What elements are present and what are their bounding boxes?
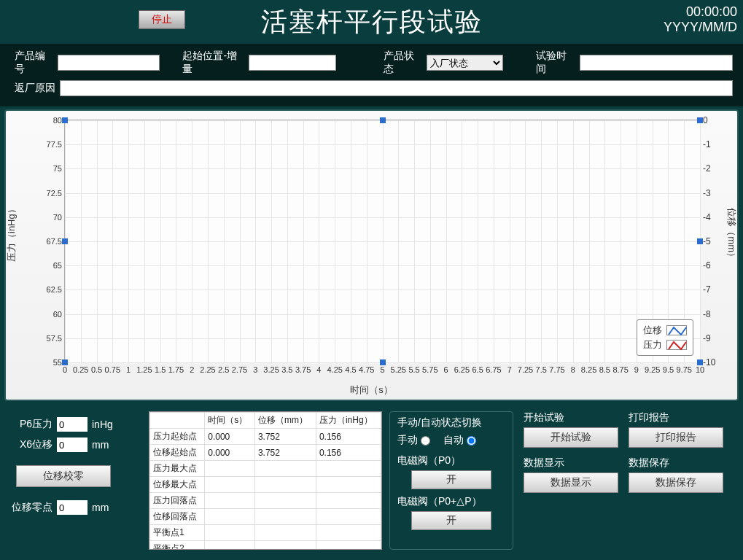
x-tick: 4.5 (345, 365, 356, 374)
y-tick-left: 80 (53, 116, 62, 125)
table-row[interactable]: 压力起始点0.0003.7520.156 (150, 429, 381, 445)
auto-radio-label[interactable]: 自动 (443, 434, 476, 447)
p6-label: P6压力 (10, 418, 52, 431)
x-tick: 3.75 (295, 365, 311, 374)
p6-input[interactable] (57, 417, 87, 432)
x-tick: 0.5 (91, 365, 102, 374)
data-table-wrap[interactable]: 时间（s）位移（mm）压力（inHg）压力起始点0.0003.7520.156位… (149, 411, 382, 550)
bottom-panel: P6压力 inHg X6位移 mm 位移校零 位移零点 mm 时间（s）位移（m… (0, 405, 743, 557)
mode-header: 手动/自动状态切换 (397, 416, 505, 429)
product-no-label: 产品编号 (15, 50, 53, 76)
y-tick-left: 67.5 (47, 237, 62, 246)
y-axis-right-label: 位移（mm） (725, 208, 738, 262)
table-row[interactable]: 平衡点2 (150, 541, 381, 551)
x-tick: 5.25 (391, 365, 406, 374)
return-reason-label: 返厂原因 (15, 82, 55, 95)
x-tick: 4.25 (327, 365, 342, 374)
chart-panel: 压力（inHg） 位移（mm） 时间（s） 5557.56062.56567.5… (4, 109, 739, 401)
x-tick: 8.25 (581, 365, 596, 374)
table-row[interactable]: 压力最大点 (150, 461, 381, 477)
x-tick: 1.5 (155, 365, 166, 374)
x-tick: 8.5 (599, 365, 610, 374)
y-tick-left: 75 (53, 164, 62, 173)
x-tick: 2 (190, 365, 194, 374)
plot-area[interactable]: 5557.56062.56567.57072.57577.5800-1-2-3-… (64, 120, 701, 363)
return-reason-input[interactable] (60, 80, 733, 96)
start-pos-label: 起始位置-增量 (182, 50, 244, 76)
table-header: 位移（mm） (254, 413, 316, 429)
manual-radio[interactable] (421, 436, 430, 446)
header: 停止 活塞杆平行段试验 00:00:00 YYYY/MM/D (0, 0, 743, 44)
chart-marker[interactable] (62, 359, 68, 365)
y-tick-left: 60 (53, 310, 62, 319)
table-row[interactable]: 位移起始点0.0003.7520.156 (150, 445, 381, 461)
calibrate-button[interactable]: 位移校零 (16, 465, 111, 487)
x-tick: 3.5 (281, 365, 292, 374)
x-tick: 2.5 (218, 365, 229, 374)
table-row[interactable]: 平衡点1 (150, 525, 381, 541)
time-display: 00:00:00 (664, 4, 737, 20)
save-header: 数据保存 (629, 456, 723, 470)
date-display: YYYY/MM/D (664, 20, 737, 35)
x-tick: 0.25 (73, 365, 88, 374)
x-tick: 2.25 (200, 365, 215, 374)
save-data-button[interactable]: 数据保存 (629, 472, 723, 493)
legend: 位移 压力 (637, 319, 693, 356)
product-status-select[interactable]: 入厂状态 (427, 55, 503, 71)
chart-marker[interactable] (62, 238, 68, 244)
start-header: 开始试验 (524, 411, 618, 424)
valve2-open-button[interactable]: 开 (411, 511, 491, 530)
chart-marker[interactable] (697, 359, 703, 365)
x-tick: 0 (63, 365, 67, 374)
product-no-input[interactable] (58, 55, 160, 71)
mode-box: 手动/自动状态切换 手动 自动 电磁阀（P0） 开 电磁阀（P0+△P） 开 (389, 411, 513, 550)
page-title: 活塞杆平行段试验 (9, 4, 734, 40)
chart-marker[interactable] (697, 117, 703, 123)
x-tick: 5.5 (408, 365, 419, 374)
x-tick: 3 (253, 365, 257, 374)
p6-unit: inHg (92, 419, 118, 430)
x6-unit: mm (92, 439, 118, 451)
x-tick: 9.5 (663, 365, 674, 374)
y-tick-right: -1 (703, 139, 711, 149)
x-tick: 8.75 (612, 365, 628, 374)
table-row[interactable]: 位移回落点 (150, 509, 381, 525)
y-tick-right: -5 (703, 236, 711, 246)
x-tick: 9 (634, 365, 639, 374)
table-header: 压力（inHg） (316, 413, 381, 429)
table-header (150, 413, 205, 429)
chart-marker[interactable] (380, 117, 386, 123)
control-column: 手动/自动状态切换 手动 自动 电磁阀（P0） 开 电磁阀（P0+△P） 开 开… (389, 411, 736, 550)
zero-input[interactable] (57, 500, 87, 515)
y-tick-right: -9 (703, 333, 711, 343)
valve1-open-button[interactable]: 开 (411, 470, 491, 489)
start-test-button[interactable]: 开始试验 (524, 427, 618, 448)
x-tick: 6.75 (486, 365, 501, 374)
clock: 00:00:00 YYYY/MM/D (664, 4, 737, 35)
print-report-button[interactable]: 打印报告 (629, 427, 723, 448)
manual-radio-label[interactable]: 手动 (397, 434, 430, 447)
meta-bar: 产品编号 起始位置-增量 产品状态 入厂状态 试验时间 返厂原因 (0, 44, 743, 106)
product-status-label: 产品状态 (384, 50, 422, 76)
x-tick: 5.75 (422, 365, 437, 374)
table-row[interactable]: 压力回落点 (150, 493, 381, 509)
x-tick: 10 (696, 365, 704, 374)
y-tick-right: -8 (703, 309, 711, 319)
table-row[interactable]: 位移最大点 (150, 477, 381, 493)
x-tick: 4 (316, 365, 321, 374)
x-tick: 2.75 (232, 365, 247, 374)
stop-button[interactable]: 停止 (139, 10, 185, 29)
y-tick-right: -4 (703, 212, 711, 222)
x6-input[interactable] (57, 438, 87, 452)
auto-radio[interactable] (467, 436, 476, 446)
chart-marker[interactable] (697, 238, 703, 244)
x-tick: 7.25 (518, 365, 533, 374)
test-time-input[interactable] (580, 55, 733, 71)
start-pos-input[interactable] (249, 55, 336, 71)
chart-marker[interactable] (380, 359, 386, 365)
chart-marker[interactable] (62, 117, 68, 123)
x-tick: 7 (507, 365, 512, 374)
x-tick: 6.25 (454, 365, 470, 374)
table-header: 时间（s） (205, 413, 255, 429)
show-data-button[interactable]: 数据显示 (524, 472, 618, 493)
